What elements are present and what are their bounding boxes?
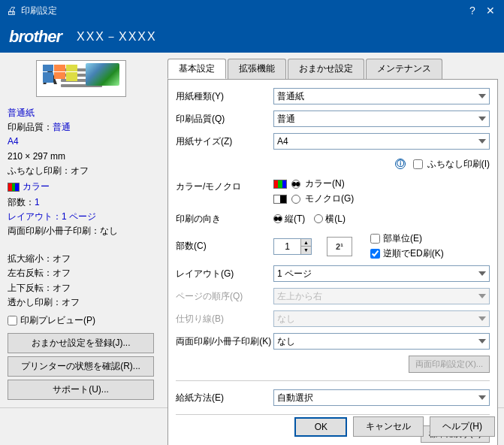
color-mode-options: カラー(N) モノクロ(G) bbox=[273, 177, 490, 205]
copies-row: 部数(C) ▲ ▼ 2¹ bbox=[176, 232, 490, 260]
info-paper-type: 普通紙 bbox=[8, 106, 154, 120]
tabs: 基本設定 拡張機能 おまかせ設定 メンテナンス bbox=[167, 59, 498, 79]
copy-unit-label[interactable]: 部単位(E) bbox=[383, 232, 422, 245]
right-panel: 基本設定 拡張機能 おまかせ設定 メンテナンス 用紙種類(Y) 普通紙 印刷品質… bbox=[161, 53, 504, 407]
info-copies: 部数：1 bbox=[8, 195, 154, 210]
info-layout: レイアウト：1 ページ bbox=[8, 210, 154, 224]
info-color-mode: カラー bbox=[23, 180, 50, 194]
info-duplex: 両面印刷/小冊子印刷：なし bbox=[8, 224, 154, 238]
portrait-label[interactable]: 縦(T) bbox=[285, 213, 305, 226]
divider bbox=[176, 380, 490, 381]
copy-unit-checkbox[interactable] bbox=[370, 234, 380, 244]
help-button-bottom[interactable]: ヘルプ(H) bbox=[430, 416, 495, 437]
duplex-row: 両面印刷/小冊子印刷(K) なし bbox=[176, 332, 490, 350]
mono-radio-icon bbox=[291, 195, 300, 204]
duplex-settings-button[interactable]: 両面印刷設定(X)... bbox=[409, 356, 490, 373]
info-zoom: 拡大縮小：オフ bbox=[8, 252, 154, 266]
tab-basic-settings[interactable]: 基本設定 bbox=[167, 59, 226, 79]
copies-control: ▲ ▼ 2¹ 部単位(E) bbox=[273, 232, 490, 260]
layout-select[interactable]: 1 ページ bbox=[273, 265, 490, 282]
mono-option-row: モノクロ(G) bbox=[273, 192, 490, 205]
info-watermark: 透かし印刷：オフ bbox=[8, 295, 154, 310]
ok-button[interactable]: OK bbox=[294, 417, 347, 437]
info-dimensions: 210 × 297 mm bbox=[8, 150, 154, 164]
paper-size-row: 用紙サイズ(Z) A4 bbox=[176, 132, 490, 150]
duplex-control: なし bbox=[273, 333, 490, 350]
help-button[interactable]: ? bbox=[465, 3, 480, 18]
separator-select[interactable]: なし bbox=[273, 310, 490, 327]
color-swatch bbox=[8, 183, 20, 192]
tab-advanced[interactable]: 拡張機能 bbox=[228, 59, 286, 79]
portrait-radio[interactable] bbox=[273, 214, 282, 223]
separator-control: なし bbox=[273, 310, 490, 327]
cancel-button[interactable]: キャンセル bbox=[353, 416, 424, 437]
reverse-label[interactable]: 逆順でED刷(K) bbox=[383, 247, 444, 260]
copies-input[interactable] bbox=[274, 239, 300, 254]
orientation-row: 印刷の向き 縦(T) 横(L) bbox=[176, 210, 490, 228]
printer-status-button[interactable]: プリンターの状態を確認(R)... bbox=[8, 356, 154, 377]
print-quality-label: 印刷品質(Q) bbox=[176, 113, 273, 126]
paper-size-label: 用紙サイズ(Z) bbox=[176, 135, 273, 148]
tab-omakase[interactable]: おまかせ設定 bbox=[288, 59, 364, 79]
landscape-option: 横(L) bbox=[314, 213, 346, 226]
paper-size-control: A4 bbox=[273, 133, 490, 150]
duplex-settings-row: 両面印刷設定(X)... bbox=[176, 355, 490, 373]
duplex-label: 両面印刷/小冊子印刷(K) bbox=[176, 335, 273, 348]
printer-icon: 🖨 bbox=[6, 5, 17, 17]
copies-increment[interactable]: ▲ bbox=[300, 239, 311, 247]
preview-checkbox[interactable] bbox=[8, 316, 17, 325]
page-order-label: ページの順序(Q) bbox=[176, 290, 273, 303]
print-quality-select[interactable]: 普通 bbox=[273, 110, 490, 127]
separator-row: 仕切り線(B) なし bbox=[176, 310, 490, 328]
info-ud-flip: 上下反転：オフ bbox=[8, 281, 154, 295]
borderless-checkbox[interactable] bbox=[413, 159, 423, 169]
paper-type-row: 用紙種類(Y) 普通紙 bbox=[176, 87, 490, 105]
info-size: A4 bbox=[8, 135, 154, 149]
brand-logo: brother bbox=[9, 27, 62, 47]
color-swatch-icon bbox=[273, 180, 287, 189]
print-quality-control: 普通 bbox=[273, 110, 490, 127]
print-quality-row: 印刷品質(Q) 普通 bbox=[176, 110, 490, 128]
reverse-checkbox-row: 逆順でED刷(K) bbox=[370, 247, 444, 260]
portrait-option: 縦(T) bbox=[273, 213, 305, 226]
reverse-checkbox[interactable] bbox=[370, 249, 380, 259]
preview-table bbox=[43, 65, 77, 86]
color-radio-label[interactable]: カラー(N) bbox=[305, 177, 345, 190]
preview-checkbox-row: 印刷プレビュー(P) bbox=[8, 314, 154, 327]
copies-spinner: ▲ ▼ bbox=[273, 238, 312, 255]
info-icon: ⓘ bbox=[395, 159, 406, 169]
support-button[interactable]: サポート(U)... bbox=[8, 380, 154, 400]
paper-feed-select[interactable]: 自動選択 bbox=[273, 389, 490, 406]
info-lr-flip: 左右反転：オフ bbox=[8, 266, 154, 280]
borderless-label[interactable]: ふちなし印刷(I) bbox=[427, 158, 490, 171]
landscape-label[interactable]: 横(L) bbox=[325, 213, 346, 226]
separator-label: 仕切り線(B) bbox=[176, 313, 273, 325]
page-order-control: 左上から右 bbox=[273, 288, 490, 304]
color-mode-row: カラー/モノクロ カラー(N) モノクロ(G) bbox=[176, 177, 490, 205]
tab-maintenance[interactable]: メンテナンス bbox=[366, 59, 442, 79]
color-option-row: カラー(N) bbox=[273, 177, 490, 190]
print-info: 普通紙 印刷品質：普通 A4 210 × 297 mm ふちなし印刷：オフ カラ… bbox=[8, 106, 154, 310]
paper-feed-control: 自動選択 bbox=[273, 389, 490, 406]
duplex-select[interactable]: なし bbox=[273, 333, 490, 350]
paper-type-control: 普通紙 bbox=[273, 88, 490, 104]
page-order-row: ページの順序(Q) 左上から右 bbox=[176, 287, 490, 305]
spinner-buttons: ▲ ▼ bbox=[300, 239, 311, 254]
landscape-radio[interactable] bbox=[314, 214, 323, 223]
copies-label: 部数(C) bbox=[176, 240, 273, 253]
paper-size-select[interactable]: A4 bbox=[273, 133, 490, 150]
paper-type-select[interactable]: 普通紙 bbox=[273, 88, 490, 104]
layout-preview-icon: 2¹ bbox=[327, 237, 352, 256]
header-bar: brother XXX－XXXX bbox=[0, 21, 504, 53]
page-order-select[interactable]: 左上から右 bbox=[273, 288, 490, 304]
copies-decrement[interactable]: ▼ bbox=[300, 247, 311, 254]
paper-feed-label: 給紙方法(E) bbox=[176, 392, 273, 404]
borderless-row: ⓘ ふちなし印刷(I) bbox=[176, 155, 490, 173]
title-bar-title: 印刷設定 bbox=[21, 5, 57, 17]
close-button[interactable]: ✕ bbox=[483, 3, 498, 18]
preview-checkbox-label[interactable]: 印刷プレビュー(P) bbox=[20, 314, 95, 327]
register-settings-button[interactable]: おまかせ設定を登録(J)... bbox=[8, 333, 154, 353]
color-radio-icon bbox=[291, 180, 300, 189]
mono-radio-label[interactable]: モノクロ(G) bbox=[305, 192, 354, 205]
orientation-options: 縦(T) 横(L) bbox=[273, 213, 490, 226]
